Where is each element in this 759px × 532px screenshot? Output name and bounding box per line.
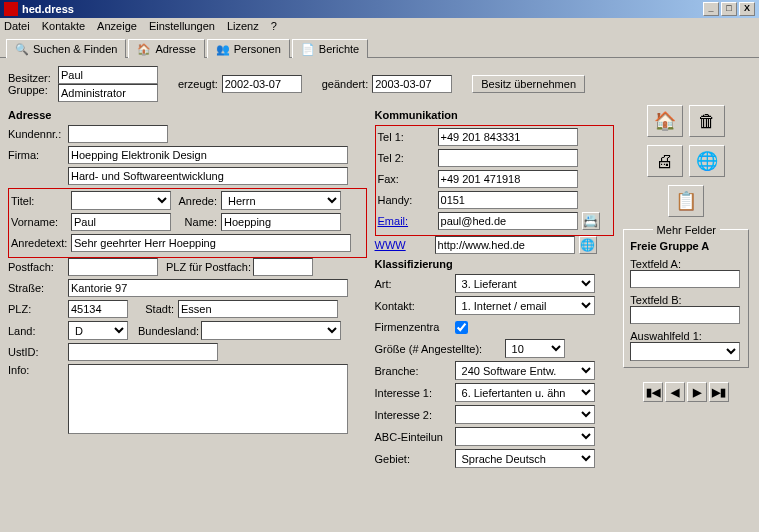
window-buttons: _ □ X <box>703 2 755 16</box>
titel-select[interactable] <box>71 191 171 210</box>
home-button[interactable]: 🏠 <box>647 105 683 137</box>
strasse-field[interactable] <box>68 279 348 297</box>
tab-adresse[interactable]: 🏠Adresse <box>128 39 204 58</box>
gebiet-label: Gebiet: <box>375 453 455 465</box>
bundesland-select[interactable] <box>201 321 341 340</box>
tab-berichte[interactable]: 📄Berichte <box>292 39 368 58</box>
textfeld-b-field[interactable] <box>630 306 740 324</box>
menu-anzeige[interactable]: Anzeige <box>97 20 137 32</box>
ustid-field[interactable] <box>68 343 218 361</box>
anredetext-label: Anredetext: <box>11 237 71 249</box>
interesse1-label: Interesse 1: <box>375 387 455 399</box>
report-icon: 📄 <box>301 43 315 55</box>
name-label: Name: <box>171 216 221 228</box>
minimize-button[interactable]: _ <box>703 2 719 16</box>
print-button[interactable]: 🖨 <box>647 145 683 177</box>
postfach-label: Postfach: <box>8 261 68 273</box>
besitzer-label: Besitzer: <box>8 72 58 84</box>
branche-label: Branche: <box>375 365 455 377</box>
fax-field[interactable] <box>438 170 578 188</box>
erzeugt-field[interactable] <box>222 75 302 93</box>
tel1-field[interactable] <box>438 128 578 146</box>
komm-head: Kommunikation <box>375 109 614 121</box>
handy-field[interactable] <box>438 191 578 209</box>
content: Besitzer: Gruppe: erzeugt: geändert: Bes… <box>0 58 759 479</box>
menu-datei[interactable]: Datei <box>4 20 30 32</box>
tab-suchen[interactable]: 🔍Suchen & Finden <box>6 39 126 58</box>
card-icon[interactable]: 📇 <box>582 212 600 230</box>
art-select[interactable]: 3. Lieferant <box>455 274 595 293</box>
plz-label: PLZ: <box>8 303 68 315</box>
app-icon <box>4 2 18 16</box>
interesse2-select[interactable] <box>455 405 595 424</box>
besitzer-field[interactable] <box>58 66 158 84</box>
tab-personen[interactable]: 👥Personen <box>207 39 290 58</box>
nav-next[interactable]: ▶ <box>687 382 707 402</box>
mid-column: Kommunikation Tel 1: Tel 2: Fax: Handy: … <box>375 105 614 471</box>
geaendert-label: geändert: <box>322 78 368 90</box>
vorname-label: Vorname: <box>11 216 71 228</box>
menu-einstellungen[interactable]: Einstellungen <box>149 20 215 32</box>
email-field[interactable] <box>438 212 578 230</box>
email-label[interactable]: Email: <box>378 215 438 227</box>
postfach-field[interactable] <box>68 258 158 276</box>
anrede-label: Anrede: <box>171 195 221 207</box>
firma-label: Firma: <box>8 149 68 161</box>
takeover-button[interactable]: Besitz übernehmen <box>472 75 585 93</box>
vorname-field[interactable] <box>71 213 171 231</box>
menu-help[interactable]: ? <box>271 20 277 32</box>
globe-icon[interactable]: 🌐 <box>579 236 597 254</box>
adresse-head: Adresse <box>8 109 367 121</box>
nav-prev[interactable]: ◀ <box>665 382 685 402</box>
menubar: Datei Kontakte Anzeige Einstellungen Liz… <box>0 18 759 34</box>
maximize-button[interactable]: □ <box>721 2 737 16</box>
land-select[interactable]: D <box>68 321 128 340</box>
titel-label: Titel: <box>11 195 71 207</box>
firmenzentrale-check[interactable] <box>455 321 468 334</box>
copy-button[interactable]: 📋 <box>668 185 704 217</box>
www-label[interactable]: WWW <box>375 239 435 251</box>
right-column: 🏠 🗑 🖨 🌐 📋 Mehr Felder Freie Gruppe A Tex… <box>622 105 751 471</box>
branche-select[interactable]: 240 Software Entw. <box>455 361 595 380</box>
anredetext-field[interactable] <box>71 234 351 252</box>
gruppe-field[interactable] <box>58 84 158 102</box>
trash-button[interactable]: 🗑 <box>689 105 725 137</box>
abc-select[interactable] <box>455 427 595 446</box>
www-field[interactable] <box>435 236 575 254</box>
menu-kontakte[interactable]: Kontakte <box>42 20 85 32</box>
anrede-select[interactable]: Herrn <box>221 191 341 210</box>
nav-last[interactable]: ▶▮ <box>709 382 729 402</box>
nav-first[interactable]: ▮◀ <box>643 382 663 402</box>
plz-postfach-field[interactable] <box>253 258 313 276</box>
gruppe-label: Gruppe: <box>8 84 58 96</box>
firma2-field[interactable] <box>68 167 348 185</box>
tel2-field[interactable] <box>438 149 578 167</box>
interesse1-select[interactable]: 6. Liefertanten u. ähn <box>455 383 595 402</box>
firma-field[interactable] <box>68 146 348 164</box>
name-field[interactable] <box>221 213 341 231</box>
gebiet-select[interactable]: Sprache Deutsch <box>455 449 595 468</box>
auswahlfeld1-select[interactable] <box>630 342 740 361</box>
stadt-field[interactable] <box>178 300 338 318</box>
kundennr-field[interactable] <box>68 125 168 143</box>
plz-field[interactable] <box>68 300 128 318</box>
klass-head: Klassifizierung <box>375 258 614 270</box>
info-field[interactable] <box>68 364 348 434</box>
globe2-icon: 🌐 <box>696 150 718 172</box>
tel1-label: Tel 1: <box>378 131 438 143</box>
close-button[interactable]: X <box>739 2 755 16</box>
erzeugt-label: erzeugt: <box>178 78 218 90</box>
textfeld-a-field[interactable] <box>630 270 740 288</box>
geaendert-field[interactable] <box>372 75 452 93</box>
trash-icon: 🗑 <box>698 111 716 132</box>
globe-button[interactable]: 🌐 <box>689 145 725 177</box>
groesse-select[interactable]: 10 <box>505 339 565 358</box>
kontakt-select[interactable]: 1. Internet / email <box>455 296 595 315</box>
kontakt-label: Kontakt: <box>375 300 455 312</box>
house-icon: 🏠 <box>137 43 151 55</box>
abc-label: ABC-Einteilun <box>375 431 455 443</box>
menu-lizenz[interactable]: Lizenz <box>227 20 259 32</box>
info-label: Info: <box>8 364 68 376</box>
tabbar: 🔍Suchen & Finden 🏠Adresse 👥Personen 📄Ber… <box>0 34 759 58</box>
bundesland-label: Bundesland: <box>138 325 199 337</box>
